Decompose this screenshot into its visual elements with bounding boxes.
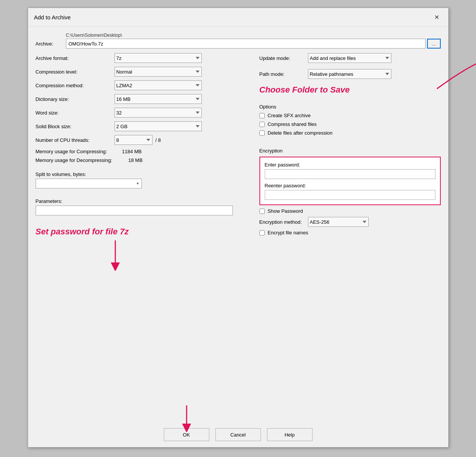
update-mode-select[interactable]: Add and replace files Update and add fil… (308, 53, 391, 63)
create-sfx-label: Create SFX archive (268, 113, 311, 118)
update-mode-label: Update mode: (259, 55, 305, 61)
create-sfx-checkbox[interactable] (259, 113, 265, 118)
dialog-title: Add to Archive (34, 14, 71, 20)
reenter-password-label: Reenter password: (265, 183, 435, 188)
update-mode-row: Update mode: Add and replace files Updat… (259, 53, 441, 63)
choose-folder-annotation: Choose Folder to Save (259, 85, 441, 95)
path-mode-label: Path mode: (259, 71, 305, 77)
enter-password-input[interactable] (265, 169, 435, 179)
arrow-down-annotation (104, 240, 248, 272)
enter-password-label: Enter password: (265, 162, 435, 168)
add-to-archive-dialog: Add to Archive ✕ Archive: C:\Users\Solom… (28, 8, 449, 448)
encryption-box: Enter password: Reenter password: (259, 157, 441, 205)
dialog-footer: OK Cancel Help (28, 422, 448, 447)
compress-shared-label: Compress shared files (268, 121, 317, 127)
dictionary-size-label: Dictionary size: (36, 96, 112, 102)
compression-level-select[interactable]: StoreFastestFastNormalMaximumUltra (115, 67, 202, 77)
title-bar: Add to Archive ✕ (28, 8, 448, 27)
delete-after-row: Delete files after compression (259, 130, 441, 136)
word-size-row: Word size: 8163264128273 (36, 108, 248, 118)
memory-compress-row: Memory usage for Compressing: 1184 MB (36, 149, 248, 154)
cpu-threads-select[interactable]: 1248 (115, 135, 152, 145)
memory-decompress-value: 18 MB (112, 157, 143, 163)
archive-format-label: Archive format: (36, 55, 112, 61)
show-password-label: Show Password (268, 208, 303, 214)
encryption-section: Encryption Enter password: Reenter passw… (259, 146, 441, 239)
archive-input-row: ... (66, 39, 441, 49)
options-title: Options (259, 104, 441, 110)
show-password-row: Show Password (259, 208, 441, 214)
archive-input-wrap: C:\Users\Solomen\Desktop\ ... (66, 33, 441, 49)
compression-method-select[interactable]: LZMALZMA2PPMdBZip2 (115, 80, 202, 90)
cancel-button[interactable]: Cancel (215, 428, 261, 441)
threads-total: / 8 (156, 137, 161, 143)
encrypt-names-label: Encrypt file names (268, 230, 308, 236)
encrypt-names-row: Encrypt file names (259, 230, 441, 236)
compression-level-row: Compression level: StoreFastestFastNorma… (36, 67, 248, 77)
reenter-password-input[interactable] (265, 190, 435, 200)
options-section: Options Create SFX archive Compress shar… (259, 102, 441, 139)
solid-block-size-label: Solid Block size: (36, 124, 112, 129)
split-input-wrap: ▼ (36, 179, 142, 188)
dictionary-size-select[interactable]: 1 MB4 MB8 MB16 MB32 MB (115, 94, 202, 104)
archive-subpath: C:\Users\Solomen\Desktop\ (66, 33, 441, 38)
right-panel: Update mode: Add and replace files Updat… (259, 53, 441, 416)
compression-level-label: Compression level: (36, 69, 112, 75)
solid-block-size-row: Solid Block size: Non-solid1 MB16 MB512 … (36, 121, 248, 131)
encryption-method-row: Encryption method: AES-256 ZipCrypto (259, 217, 441, 227)
encrypt-names-checkbox[interactable] (259, 230, 265, 236)
compression-method-label: Compression method: (36, 83, 112, 88)
main-content: Archive format: 7zziptar Compression lev… (36, 53, 441, 416)
split-volumes-input[interactable] (36, 179, 142, 188)
parameters-label: Parameters: (36, 198, 248, 204)
encryption-method-select[interactable]: AES-256 ZipCrypto (308, 217, 369, 227)
down-arrow-svg (104, 240, 127, 271)
archive-format-row: Archive format: 7zziptar (36, 53, 248, 63)
choose-folder-arrow-svg (433, 55, 476, 93)
parameters-section: Parameters: (36, 194, 248, 215)
encryption-method-label: Encryption method: (259, 219, 305, 225)
ok-arrow-svg (175, 405, 198, 432)
archive-row: Archive: C:\Users\Solomen\Desktop\ ... (36, 33, 441, 49)
compress-shared-row: Compress shared files (259, 121, 441, 127)
split-volumes-section: Split to volumes, bytes: ▼ (36, 171, 248, 188)
browse-button[interactable]: ... (427, 39, 441, 49)
word-size-label: Word size: (36, 110, 112, 116)
memory-decompress-label: Memory usage for Decompressing: (36, 157, 112, 163)
word-size-select[interactable]: 8163264128273 (115, 108, 202, 118)
delete-after-label: Delete files after compression (268, 130, 333, 136)
compression-method-row: Compression method: LZMALZMA2PPMdBZip2 (36, 80, 248, 90)
left-panel: Archive format: 7zziptar Compression lev… (36, 53, 248, 416)
dictionary-size-row: Dictionary size: 1 MB4 MB8 MB16 MB32 MB (36, 94, 248, 104)
split-volumes-label: Split to volumes, bytes: (36, 171, 248, 177)
set-password-annotation: Set password for file 7z (36, 227, 248, 237)
memory-compress-value: 1184 MB (112, 149, 142, 154)
path-mode-row: Path mode: No pathnames Relative pathnam… (259, 69, 441, 79)
help-button[interactable]: Help (267, 428, 313, 441)
path-mode-select[interactable]: No pathnames Relative pathnames Absolute… (308, 69, 391, 79)
delete-after-checkbox[interactable] (259, 130, 265, 136)
show-password-checkbox[interactable] (259, 209, 265, 214)
parameters-input[interactable] (36, 206, 233, 215)
compress-shared-checkbox[interactable] (259, 122, 265, 127)
create-sfx-row: Create SFX archive (259, 113, 441, 118)
close-button[interactable]: ✕ (432, 12, 442, 22)
memory-decompress-row: Memory usage for Decompressing: 18 MB (36, 157, 248, 163)
dialog-body: Archive: C:\Users\Solomen\Desktop\ ... A… (28, 27, 448, 422)
cpu-threads-row: Number of CPU threads: 1248 / 8 (36, 135, 248, 145)
solid-block-size-select[interactable]: Non-solid1 MB16 MB512 MB2 GB4 GB (115, 121, 202, 131)
ok-arrow-wrap: OK (164, 428, 209, 441)
encryption-title: Encryption (259, 148, 441, 154)
cpu-threads-label: Number of CPU threads: (36, 137, 112, 143)
archive-filename-input[interactable] (66, 39, 426, 49)
archive-label: Archive: (36, 33, 62, 47)
archive-format-select[interactable]: 7zziptar (115, 53, 202, 63)
memory-compress-label: Memory usage for Compressing: (36, 149, 112, 154)
